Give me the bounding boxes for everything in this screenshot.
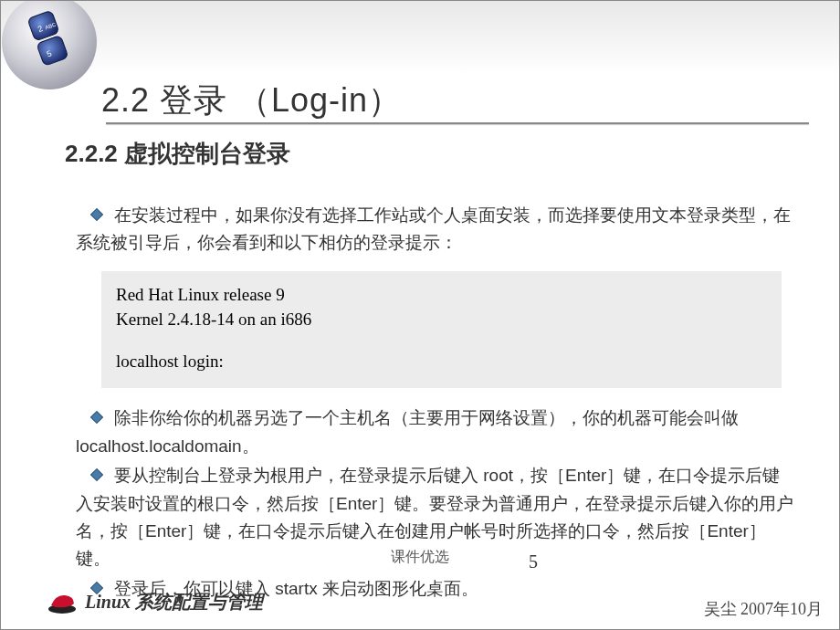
footer-bar: Linux 系统配置与管理 吴尘 2007年10月 (1, 583, 839, 629)
login-prompt-code: Red Hat Linux release 9 Kernel 2.4.18-14… (101, 271, 782, 389)
slide-title: 2.2 登录 （Log-in） (101, 79, 402, 123)
bullet-1: 在安装过程中，如果你没有选择工作站或个人桌面安装，而选择要使用文本登录类型，在系… (76, 202, 797, 257)
footer-left-text: Linux 系统配置与管理 (85, 590, 263, 614)
corner-logo-icon: 2 ABC 5 (1, 1, 101, 101)
footer-right-text: 吴尘 2007年10月 (704, 598, 824, 620)
slide-content: 在安装过程中，如果你没有选择工作站或个人桌面安装，而选择要使用文本登录类型，在系… (76, 202, 797, 604)
diamond-bullet-icon (90, 208, 103, 221)
footer-center-text: 课件优选 (1, 548, 839, 567)
page-number: 5 (529, 551, 538, 572)
redhat-icon (47, 589, 78, 618)
code-line-2: Kernel 2.4.18-14 on an i686 (116, 307, 767, 332)
slide-subtitle: 2.2.2 虚拟控制台登录 (65, 138, 290, 170)
bullet-1-text: 在安装过程中，如果你没有选择工作站或个人桌面安装，而选择要使用文本登录类型，在系… (76, 205, 791, 252)
bullet-2-text: 除非你给你的机器另选了一个主机名（主要用于网络设置），你的机器可能会叫做 loc… (76, 408, 739, 455)
code-line-3: localhost login: (116, 349, 767, 374)
slide: 2 ABC 5 2.2 登录 （Log-in） 2.2.2 虚拟控制台登录 在安… (0, 0, 840, 630)
title-underline (106, 122, 809, 124)
bullet-2: 除非你给你的机器另选了一个主机名（主要用于网络设置），你的机器可能会叫做 loc… (76, 404, 797, 460)
diamond-bullet-icon (90, 411, 103, 424)
diamond-bullet-icon (90, 468, 103, 481)
code-line-1: Red Hat Linux release 9 (116, 282, 767, 308)
